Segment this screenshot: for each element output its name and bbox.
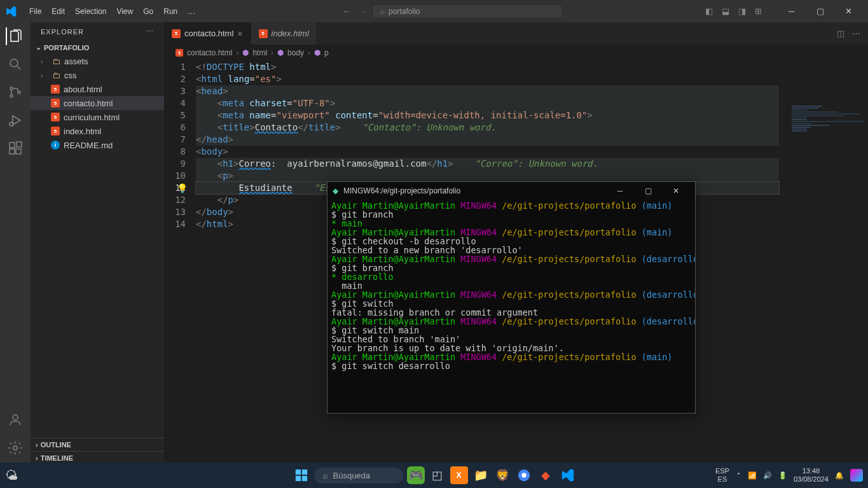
terminal-content[interactable]: Ayair Martin@AyairMartin MINGW64 /e/git-… [327,200,695,372]
minimap[interactable] [792,106,868,157]
tree-item-curriculum.html[interactable]: 5curriculum.html [31,110,164,124]
close-button[interactable]: ✕ [834,0,863,22]
title-bar: FileEditSelectionViewGoRun… ← → ⌕ portaf… [0,0,868,22]
close-icon[interactable]: × [237,29,242,39]
chevron-right-icon: › [36,441,38,449]
battery-icon[interactable]: 🔋 [778,471,787,480]
account-icon[interactable] [6,411,24,429]
layout-panel-icon[interactable]: ⬓ [722,6,729,16]
start-button[interactable] [293,466,310,484]
settings-gear-icon[interactable] [6,439,24,457]
menu-view[interactable]: View [111,4,138,18]
menu-…[interactable]: … [183,4,200,18]
git-icon[interactable]: ◆ [537,466,555,484]
windows-taskbar: 🌤 ⌕Búsqueda 🎮 ◰ X 📁 🦁 ◆ ESPES ⌃ 📶 🔊 🔋 13… [0,463,868,488]
more-actions-icon[interactable]: ⋯ [852,29,860,38]
vscode-logo-icon [5,6,17,17]
terminal-titlebar[interactable]: ◆ MINGW64:/e/git-projects/portafolio ─ ▢… [327,182,695,200]
terminal-maximize[interactable]: ▢ [634,182,662,200]
menu-run[interactable]: Run [158,4,183,18]
app-icon[interactable]: 🎮 [407,466,425,484]
menu-go[interactable]: Go [138,4,158,18]
breadcrumb-item[interactable]: body [287,48,304,57]
menu-edit[interactable]: Edit [46,4,70,18]
search-activity-icon[interactable] [6,55,24,73]
terminal-window: ◆ MINGW64:/e/git-projects/portafolio ─ ▢… [327,181,696,414]
svg-point-10 [13,446,17,450]
file-name: assets [64,57,88,66]
section-outline[interactable]: › OUTLINE [31,438,164,451]
file-name: README.md [64,141,113,150]
breadcrumb-item[interactable]: html [252,48,267,57]
layout-customize-icon[interactable]: ⊞ [755,6,762,16]
task-view-icon[interactable]: ◰ [429,466,446,484]
wifi-icon[interactable]: 📶 [748,471,757,480]
tab-contacto.html[interactable]: 5contacto.html× [164,22,251,45]
split-editor-icon[interactable]: ◫ [837,29,844,38]
clock[interactable]: 13:4803/08/2024 [794,467,829,484]
svg-rect-7 [16,149,21,154]
terminal-close[interactable]: ✕ [662,182,690,200]
maximize-button[interactable]: ▢ [806,0,834,22]
taskbar-search[interactable]: ⌕Búsqueda [314,468,403,484]
activity-bar [0,22,31,464]
breadcrumb-separator: › [308,48,310,57]
terminal-minimize[interactable]: ─ [606,182,634,200]
svg-point-0 [10,59,18,67]
svg-point-3 [18,91,20,94]
tab-bar: 5contacto.html×5index.html ◫ ⋯ [164,22,868,45]
svg-point-1 [10,87,13,90]
tree-item-contacto.html[interactable]: 5contacto.html [31,96,164,110]
file-name: css [64,71,77,80]
tab-label: contacto.html [184,29,233,38]
tree-item-css[interactable]: ›🗀css [31,68,164,82]
menu-file[interactable]: File [24,4,46,18]
tab-index.html[interactable]: 5index.html [251,22,317,45]
svg-rect-14 [301,476,307,481]
file-explorer-icon[interactable]: 📁 [472,466,490,484]
breadcrumb-separator: › [271,48,273,57]
menu-selection[interactable]: Selection [70,4,111,18]
chrome-icon[interactable] [515,466,533,484]
chevron-right-icon: › [41,58,48,65]
language-indicator[interactable]: ESPES [715,467,729,484]
tree-item-about.html[interactable]: 5about.html [31,82,164,96]
tree-item-index.html[interactable]: 5index.html [31,124,164,138]
html-file-icon: 5 [51,113,60,122]
copilot-icon[interactable] [850,469,863,482]
widgets-icon[interactable]: 🌤 [5,468,18,483]
layout-sidebar-right-icon[interactable]: ◨ [738,6,746,16]
svg-rect-6 [10,149,15,154]
breadcrumb-item[interactable]: contacto.html [187,48,232,57]
command-center[interactable]: ⌕ portafolio [372,4,563,18]
extensions-icon[interactable] [6,139,24,157]
tab-label: index.html [272,29,309,38]
html-file-icon: 5 [51,127,60,136]
file-name: curriculum.html [64,113,120,122]
layout-sidebar-left-icon[interactable]: ◧ [705,6,713,16]
notification-center-icon[interactable]: 🔔 [835,471,844,480]
nav-back-icon[interactable]: ← [343,6,351,16]
file-tree: ›🗀assets›🗀css5about.html5contacto.html5c… [31,54,164,438]
breadcrumb-item[interactable]: p [324,48,329,57]
source-control-icon[interactable] [6,83,24,101]
minimize-button[interactable]: ─ [777,0,806,22]
xampp-icon[interactable]: X [450,466,468,484]
explorer-icon[interactable] [6,27,24,45]
debug-icon[interactable] [6,111,24,129]
menu-bar: FileEditSelectionViewGoRun… [24,4,200,18]
workspace-folder[interactable]: ⌄ PORTAFOLIO [31,41,164,54]
tree-item-README.md[interactable]: iREADME.md [31,138,164,152]
explorer-title: EXPLORER [41,28,84,36]
nav-forward-icon[interactable]: → [359,6,367,16]
tray-chevron-icon[interactable]: ⌃ [736,471,741,480]
info-file-icon: i [51,141,60,150]
lightbulb-icon[interactable]: 💡 [177,183,188,195]
breadcrumb[interactable]: 5 contacto.html›⬢ html›⬢ body›⬢ p [164,45,868,61]
vscode-taskbar-icon[interactable] [558,466,576,484]
file-name: about.html [64,85,102,94]
brave-icon[interactable]: 🦁 [493,466,511,484]
tree-item-assets[interactable]: ›🗀assets [31,54,164,68]
more-icon[interactable]: ⋯ [146,27,154,36]
volume-icon[interactable]: 🔊 [763,471,772,480]
